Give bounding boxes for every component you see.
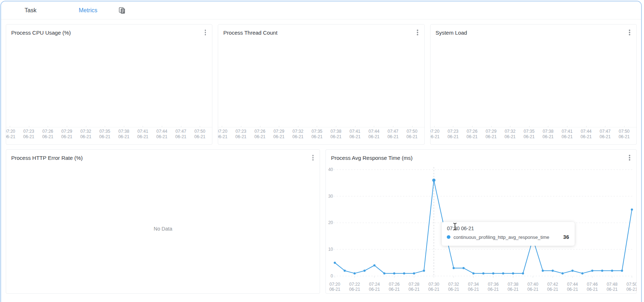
x-axis-label: 07:3506-21	[523, 129, 535, 140]
x-axis-label: 07:4706-21	[175, 129, 186, 140]
x-axis-labels: 07:2006-2107:2306-2107:2606-2107:2906-21…	[222, 127, 412, 140]
svg-text:07:46: 07:46	[587, 282, 598, 287]
x-axis-label: 07:2906-21	[61, 129, 73, 140]
series-color-dot	[447, 235, 450, 239]
svg-text:06-21: 06-21	[627, 287, 636, 292]
panels-row-2: Process HTTP Error Rate (%) No Data Proc…	[6, 149, 637, 294]
panel-menu-button[interactable]	[415, 28, 420, 37]
x-axis-label: 07:2306-21	[448, 129, 459, 140]
x-axis-label: 07:2906-21	[485, 129, 497, 140]
panel-system-load: System Load 07:2006-2107:2306-2107:2606-…	[430, 24, 637, 145]
svg-text:20: 20	[328, 220, 333, 225]
svg-text:07:34: 07:34	[468, 282, 479, 287]
x-axis-label: 07:4406-21	[156, 129, 168, 140]
panel-menu-button[interactable]	[627, 153, 632, 162]
panel-title: Process HTTP Error Rate (%)	[11, 155, 83, 161]
x-axis-label: 07:4106-21	[137, 129, 148, 140]
panel-title: Process Thread Count	[223, 30, 277, 36]
x-axis-label: 07:2906-21	[273, 129, 285, 140]
ibeam-cursor-icon	[453, 223, 457, 232]
panel-title: Process Avg Response Time (ms)	[331, 155, 412, 161]
x-axis-labels: 07:2006-2107:2306-2107:2606-2107:2906-21…	[434, 127, 624, 140]
svg-text:06-21: 06-21	[528, 287, 539, 292]
chart-tooltip: 07:30 06-21 continuous_profiling_http_av…	[442, 222, 575, 246]
x-axis-label: 07:4406-21	[368, 129, 380, 140]
x-axis-label: 07:2606-21	[467, 129, 478, 140]
svg-text:06-21: 06-21	[587, 287, 598, 292]
x-axis-label: 07:3806-21	[543, 129, 554, 140]
svg-text:06-21: 06-21	[349, 287, 360, 292]
x-axis-label: 07:2006-21	[218, 129, 227, 140]
x-axis-label: 07:4106-21	[562, 129, 573, 140]
tooltip-value: 36	[563, 234, 569, 240]
x-axis-label: 07:3206-21	[505, 129, 516, 140]
tooltip-series-row: continuous_profiling_http_avg_response_t…	[447, 234, 569, 240]
app-frame: Task Metrics Process CPU Usage (%)	[0, 1, 642, 302]
svg-text:07:32: 07:32	[449, 282, 459, 287]
no-data-label: No Data	[154, 226, 172, 232]
dashboard-content: Process CPU Usage (%) 07:2006-2107:2306-…	[1, 19, 641, 294]
x-axis-label: 07:3506-21	[311, 129, 323, 140]
panel-menu-button[interactable]	[627, 28, 632, 37]
panel-header: System Load	[431, 25, 636, 40]
x-axis-label: 07:3506-21	[99, 129, 111, 140]
svg-text:07:28: 07:28	[409, 282, 420, 287]
tab-metrics[interactable]: Metrics	[79, 7, 98, 14]
svg-text:07:30: 07:30	[429, 282, 440, 287]
tab-task[interactable]: Task	[25, 7, 36, 14]
x-axis-label: 07:2006-21	[6, 129, 15, 140]
svg-text:06-21: 06-21	[329, 287, 341, 292]
svg-text:07:24: 07:24	[369, 282, 380, 287]
panel-process-thread-count: Process Thread Count 07:2006-2107:2306-2…	[218, 24, 424, 145]
tab-bar: Task Metrics	[1, 1, 641, 19]
svg-text:0: 0	[331, 273, 333, 279]
x-axis-label: 07:3206-21	[293, 129, 304, 140]
svg-text:06-21: 06-21	[448, 287, 459, 292]
svg-text:30: 30	[328, 194, 333, 199]
svg-text:07:36: 07:36	[488, 282, 499, 287]
svg-text:06-21: 06-21	[369, 287, 380, 292]
x-axis-label: 07:5006-21	[194, 129, 206, 140]
svg-text:07:26: 07:26	[389, 282, 400, 287]
x-axis-label: 07:3806-21	[118, 129, 129, 140]
tooltip-series-name: continuous_profiling_http_avg_response_t…	[453, 235, 549, 240]
panel-http-error-rate: Process HTTP Error Rate (%) No Data	[6, 149, 320, 294]
svg-text:06-21: 06-21	[508, 287, 519, 292]
x-axis-label: 07:3206-21	[80, 129, 91, 140]
x-axis-label: 07:2606-21	[254, 129, 265, 140]
svg-text:06-21: 06-21	[428, 287, 440, 292]
svg-text:06-21: 06-21	[409, 287, 420, 292]
x-axis-label: 07:2306-21	[235, 129, 247, 140]
svg-text:06-21: 06-21	[389, 287, 400, 292]
x-axis-label: 07:4106-21	[349, 129, 360, 140]
x-axis-label: 07:4706-21	[600, 129, 611, 140]
svg-text:07:20: 07:20	[329, 282, 340, 287]
x-axis-label: 07:5006-21	[619, 129, 630, 140]
svg-text:06-21: 06-21	[567, 287, 578, 292]
panel-title: Process CPU Usage (%)	[11, 30, 71, 36]
panel-menu-button[interactable]	[311, 153, 316, 162]
panel-avg-response-time: Process Avg Response Time (ms) 010203040…	[325, 149, 637, 294]
svg-text:07:50: 07:50	[627, 282, 636, 287]
svg-text:07:22: 07:22	[349, 282, 360, 287]
x-axis-label: 07:3806-21	[330, 129, 342, 140]
page: Task Metrics Process CPU Usage (%)	[0, 0, 644, 302]
svg-text:06-21: 06-21	[607, 287, 618, 292]
x-axis-label: 07:4406-21	[580, 129, 592, 140]
panel-title: System Load	[436, 30, 467, 36]
svg-text:06-21: 06-21	[488, 287, 499, 292]
x-axis-label: 07:2006-21	[430, 129, 440, 140]
svg-text:06-21: 06-21	[468, 287, 479, 292]
panel-process-cpu-usage: Process CPU Usage (%) 07:2006-2107:2306-…	[6, 24, 212, 145]
panel-menu-button[interactable]	[203, 28, 208, 37]
empty-chart-area: No Data	[6, 164, 320, 293]
svg-text:07:40: 07:40	[528, 282, 539, 287]
svg-text:06-21: 06-21	[547, 287, 558, 292]
panel-header: Process HTTP Error Rate (%)	[6, 150, 320, 165]
svg-text:07:48: 07:48	[607, 282, 618, 287]
svg-text:07:44: 07:44	[567, 282, 578, 287]
report-document-icon[interactable]	[118, 6, 126, 15]
panel-header: Process Avg Response Time (ms)	[326, 150, 636, 165]
x-axis-label: 07:2306-21	[23, 129, 34, 140]
svg-text:07:42: 07:42	[548, 282, 558, 287]
